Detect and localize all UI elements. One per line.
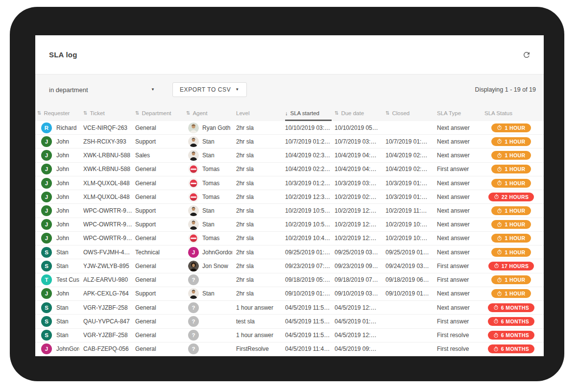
department-filter-select[interactable]: in department ▼ [49,86,155,94]
timer-icon [497,291,502,296]
closed-cell: 10/4/2019 02:… [386,152,437,159]
agent-avatar [188,178,199,189]
timer-icon [497,167,502,172]
level-cell: 2hr sla [236,249,285,256]
table-row[interactable]: J John WPC-OWRTR-9… Support [35,218,544,232]
timer-icon [497,208,502,214]
table-row[interactable]: J John APK-CEXLG-764 Support [35,287,544,301]
requester-name: Stan [56,304,69,311]
requester-avatar: S [41,247,52,258]
agent-silhouette-icon [188,136,199,147]
department-cell: Support [135,138,186,145]
closed-cell: 09/18/2019 06… [386,276,437,283]
column-header-sla_status: ⇅ ↓ SLA Status [484,105,544,121]
agent-avatar [188,205,199,216]
table-row[interactable]: J John XWK-LRBNU-588 Sales [35,148,544,162]
table-row[interactable]: S Stan YJW-ZWLYB-895 General [35,259,544,273]
table-row[interactable]: J John WPC-OWRTR-9… General [35,232,544,245]
table-row[interactable]: J John XLM-QUXOL-848 General [35,190,544,204]
sort-arrows-icon: ⇅ [37,110,41,116]
agent-name: Tomas [202,166,219,172]
table-row[interactable]: T Test Custo ALZ-EARVU-980 General ? [35,273,544,287]
agent-silhouette-icon [188,205,199,216]
chevron-down-icon: ▼ [235,88,240,92]
agent-cell: Tomas [186,178,236,189]
table-row[interactable]: S Stan VGR-YJZBF-258 General ? [35,301,544,315]
sla-status-label: 1 HOUR [505,277,525,283]
department-cell: General [135,318,186,325]
agent-cell: Stan [186,205,236,216]
table-row[interactable]: J John WPC-OWRTR-9… Support [35,204,544,218]
refresh-button[interactable] [521,49,532,60]
requester-name: John [56,290,69,297]
timer-icon [494,194,499,199]
column-header-ticket[interactable]: ⇅ ↓ Ticket [83,105,135,121]
column-header-closed[interactable]: ⇅ ↓ Closed [386,105,437,121]
sla-type-cell: First answer [437,318,484,325]
sla-type-cell: Next answer [437,235,484,242]
timer-icon [497,277,502,283]
due-date-cell: 09/23/2019 09… [335,263,386,270]
due-date-cell: 09/10/2019 03… [335,290,386,297]
table-row[interactable]: J John XWK-LRBNU-588 General [35,163,544,176]
sla-status-cell: 1 HOUR [484,275,544,284]
table-row[interactable]: R Richard VCE-NIRQF-263 General [35,121,544,135]
sla-status-cell: 1 HOUR [484,220,544,229]
requester-name: Stan [56,249,69,256]
requester-name: Test Custo [56,276,79,283]
export-to-csv-button[interactable]: EXPORT TO CSV ▼ [172,82,247,97]
sla-started-cell: 10/4/2019 02:2… [285,166,335,172]
sla-status-cell: 17 HOURS [484,262,544,270]
sla-started-cell: 10/2/2019 12:3… [285,194,335,200]
timer-icon [493,333,499,338]
sla-status-label: 1 HOUR [505,139,525,145]
agent-cell: Stan [186,136,236,147]
sla-status-label: 1 HOUR [505,249,525,255]
column-header-department[interactable]: ⇅ ↓ Department [135,105,186,121]
ticket-cell: XLM-QUXOL-848 [83,194,135,200]
level-cell: test sla [236,318,285,325]
department-cell: Sales [135,152,186,159]
agent-avatar: ? [188,316,199,327]
agent-name: Tomas [202,180,219,187]
column-header-requester[interactable]: ⇅ ↓ Requester [37,105,83,121]
table-header-row: ⇅ ↓ Requester ⇅ ↓ Ticket ⇅ ↓ Department … [35,105,544,121]
department-cell: General [135,124,186,131]
table-row[interactable]: J JohnGordo CAB-FZEPQ-056 General ? [35,343,544,356]
closed-cell: 10/7/2019 01:… [386,138,437,145]
requester-cell: J John [37,288,83,299]
agent-avatar: ? [188,274,199,285]
due-date-cell: 10/4/2019 04:… [335,166,386,172]
department-cell: General [135,304,186,311]
timer-icon [493,305,499,310]
sla-status-label: 17 HOURS [502,263,529,269]
table-row[interactable]: S Stan QAU-YVPCA-847 General ? [35,315,544,328]
ticket-cell: WPC-OWRTR-9… [83,207,135,214]
sla-status-cell: 6 MONTHS [484,317,544,326]
table-row[interactable]: S Stan VGR-YJZBF-258 General ? [35,329,544,343]
sla-started-cell: 04/5/2019 11:4… [285,345,335,352]
sla-started-cell: 10/2/2019 10:5… [285,221,335,228]
ticket-cell: XLM-QUXOL-848 [83,180,135,187]
requester-cell: T Test Custo [37,274,83,285]
sla-status-badge: 1 HOUR [491,123,531,132]
column-header-due_date[interactable]: ⇅ ↓ Due date [335,105,386,121]
agent-cell: Tomas [186,192,236,202]
table-row[interactable]: S Stan OWS-FVJMH-4… Technical J [35,245,544,259]
closed-cell: 10/2/2019 11:… [386,207,437,214]
table-row[interactable]: J John XLM-QUXOL-848 General [35,176,544,190]
sla-status-label: 1 HOUR [505,221,525,227]
column-header-sla_started[interactable]: ⇅ ↓ SLA started [285,105,335,121]
title-bar: SLA log [35,35,544,74]
requester-avatar: J [41,219,52,230]
sla-started-cell: 04/5/2019 11:5… [285,332,335,339]
table-row[interactable]: J John ZSH-RCIXY-393 Support [35,135,544,148]
sla-status-badge: 1 HOUR [491,234,531,243]
ticket-cell: YJW-ZWLYB-895 [83,263,135,270]
sla-status-badge: 1 HOUR [491,220,531,229]
requester-name: John [56,235,69,242]
column-header-agent[interactable]: ⇅ ↓ Agent [186,105,236,121]
due-date-cell: 09/25/2019 03… [335,249,386,256]
sort-arrows-icon: ⇅ [135,110,139,116]
level-cell: 2hr sla [236,166,285,172]
